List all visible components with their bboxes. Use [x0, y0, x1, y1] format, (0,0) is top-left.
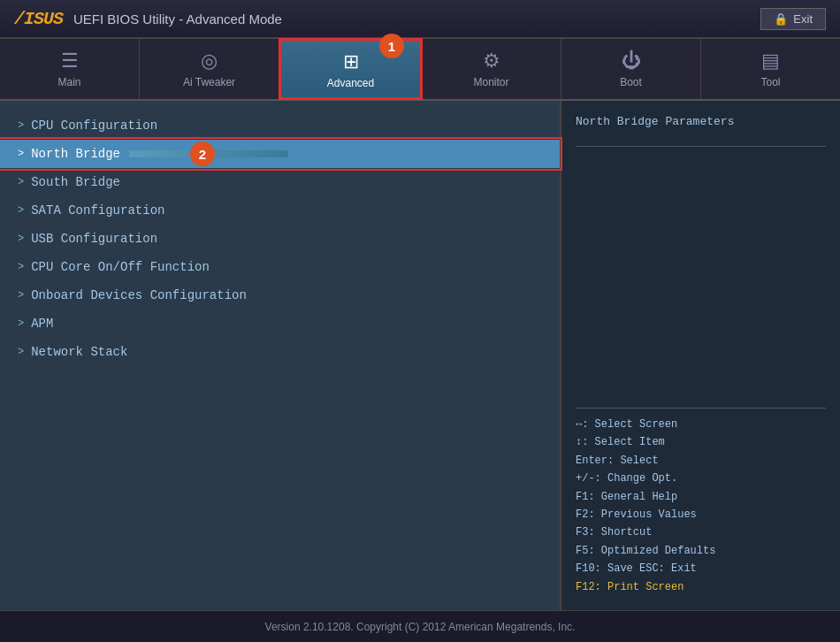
left-panel: > CPU Configuration > North Bridge 2 > S… — [0, 101, 561, 610]
menu-item-onboard-devices[interactable]: > Onboard Devices Configuration — [0, 281, 560, 310]
key-help: ↔: Select Screen ↕: Select Item Enter: S… — [576, 416, 826, 596]
key-change-opt: +/-: Change Opt. — [576, 470, 826, 487]
menu-item-south-bridge[interactable]: > South Bridge — [0, 168, 560, 196]
menu-item-cpu-configuration[interactable]: > CPU Configuration — [0, 111, 560, 140]
help-divider-2 — [576, 408, 826, 409]
north-bridge-bar — [129, 150, 288, 157]
help-spacer — [576, 154, 826, 401]
footer: Version 2.10.1208. Copyright (C) 2012 Am… — [0, 610, 840, 642]
monitor-icon: ⚙ — [483, 50, 500, 73]
right-panel: North Bridge Parameters ↔: Select Screen… — [561, 101, 840, 610]
tab-monitor[interactable]: ⚙ Monitor — [422, 39, 561, 99]
nav-tabs: ☰ Main ◎ Ai Tweaker ⊞ Advanced 1 ⚙ Monit… — [0, 39, 840, 101]
arrow-icon: > — [18, 233, 24, 245]
key-f2: F2: Previous Values — [576, 506, 826, 524]
arrow-icon: > — [18, 346, 24, 358]
menu-item-network-stack[interactable]: > Network Stack — [0, 338, 560, 366]
tab-tool[interactable]: ▤ Tool — [701, 39, 840, 99]
arrow-icon: > — [18, 119, 24, 132]
tab-ai-tweaker[interactable]: ◎ Ai Tweaker — [140, 39, 279, 99]
tab-advanced[interactable]: ⊞ Advanced 1 — [279, 39, 422, 99]
key-enter: Enter: Select — [576, 452, 826, 470]
footer-text: Version 2.10.1208. Copyright (C) 2012 Am… — [265, 621, 576, 633]
help-title: North Bridge Parameters — [576, 115, 826, 128]
key-f1: F1: General Help — [576, 488, 826, 506]
tab-boot[interactable]: ⏻ Boot — [561, 39, 701, 99]
arrow-icon: > — [18, 317, 24, 330]
boot-icon: ⏻ — [622, 50, 641, 73]
menu-item-usb-configuration[interactable]: > USB Configuration — [0, 225, 560, 253]
key-select-item: ↕: Select Item — [576, 433, 826, 451]
key-f12: F12: Print Screen — [576, 578, 826, 596]
key-f3: F3: Shortcut — [576, 524, 826, 541]
menu-item-sata-configuration[interactable]: > SATA Configuration — [0, 196, 560, 225]
aitweaker-icon: ◎ — [201, 50, 218, 73]
advanced-icon: ⊞ — [343, 50, 359, 73]
menu-item-apm[interactable]: > APM — [0, 310, 560, 338]
header: /ISUS UEFI BIOS Utility - Advanced Mode … — [0, 0, 840, 39]
menu-item-cpu-core-onoff[interactable]: > CPU Core On/Off Function — [0, 253, 560, 281]
arrow-icon: > — [18, 289, 24, 302]
menu-item-north-bridge[interactable]: > North Bridge 2 — [0, 140, 560, 168]
tab-main[interactable]: ☰ Main — [0, 39, 140, 99]
key-f10: F10: Save ESC: Exit — [576, 560, 826, 577]
arrow-icon: > — [18, 261, 24, 273]
key-f5: F5: Optimized Defaults — [576, 542, 826, 560]
exit-icon: 🔒 — [774, 12, 788, 26]
help-divider — [576, 146, 826, 147]
main-content: > CPU Configuration > North Bridge 2 > S… — [0, 101, 840, 610]
tool-icon: ▤ — [761, 50, 780, 73]
arrow-icon: > — [18, 204, 24, 217]
asus-logo: /ISUS — [14, 9, 63, 29]
header-title: UEFI BIOS Utility - Advanced Mode — [73, 11, 282, 27]
exit-button[interactable]: 🔒 Exit — [760, 8, 826, 30]
key-select-screen: ↔: Select Screen — [576, 416, 826, 433]
arrow-icon: > — [18, 176, 24, 188]
arrow-icon: > — [18, 148, 24, 160]
main-icon: ☰ — [61, 50, 79, 73]
